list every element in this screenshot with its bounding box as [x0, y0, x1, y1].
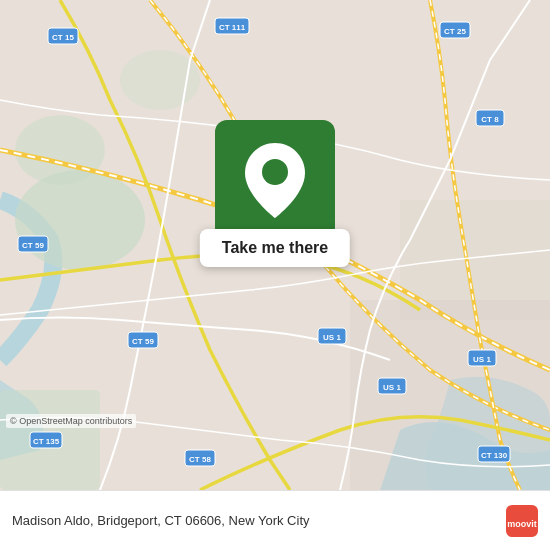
- svg-text:CT 8: CT 8: [481, 115, 499, 124]
- svg-text:moovit: moovit: [507, 519, 537, 529]
- svg-point-2: [15, 115, 105, 185]
- svg-text:CT 15: CT 15: [52, 33, 74, 42]
- location-pin-icon: [245, 143, 305, 218]
- svg-text:CT 59: CT 59: [22, 241, 44, 250]
- address-line: Madison Aldo, Bridgeport, CT 06606,: [12, 513, 225, 528]
- svg-text:CT 111: CT 111: [219, 23, 246, 32]
- moovit-icon: moovit: [506, 505, 538, 537]
- address-text: Madison Aldo, Bridgeport, CT 06606, New …: [12, 513, 310, 528]
- svg-rect-5: [350, 300, 550, 490]
- map-container: CT 15 CT 111 CT 25 CT 8 CT 59 CT 59 US 1…: [0, 0, 550, 490]
- svg-text:US 1: US 1: [473, 355, 491, 364]
- svg-point-1: [15, 170, 145, 270]
- info-bar: Madison Aldo, Bridgeport, CT 06606, New …: [0, 490, 550, 550]
- city-name: New York City: [229, 513, 310, 528]
- svg-text:CT 59: CT 59: [132, 337, 154, 346]
- svg-text:CT 135: CT 135: [33, 437, 60, 446]
- moovit-logo: moovit: [506, 505, 538, 537]
- svg-text:CT 25: CT 25: [444, 27, 466, 36]
- pin-background: [215, 120, 335, 240]
- location-marker: [215, 120, 335, 240]
- svg-text:US 1: US 1: [383, 383, 401, 392]
- svg-point-31: [262, 159, 288, 185]
- svg-text:US 1: US 1: [323, 333, 341, 342]
- svg-point-4: [120, 50, 200, 110]
- svg-text:CT 58: CT 58: [189, 455, 211, 464]
- take-me-there-button[interactable]: Take me there: [200, 229, 350, 267]
- svg-text:CT 130: CT 130: [481, 451, 508, 460]
- osm-attribution: © OpenStreetMap contributors: [6, 414, 136, 428]
